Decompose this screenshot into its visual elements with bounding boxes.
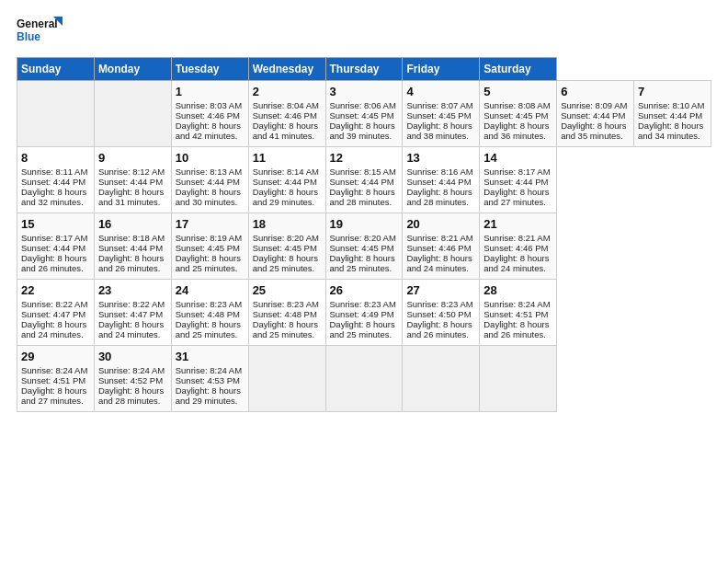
sunrise: Sunrise: 8:04 AM	[253, 100, 319, 110]
calendar-cell: 25 Sunrise: 8:23 AM Sunset: 4:48 PM Dayl…	[248, 280, 325, 346]
day-number: 13	[406, 151, 475, 165]
sunset: Sunset: 4:46 PM	[253, 110, 317, 121]
calendar-cell: 31 Sunrise: 8:24 AM Sunset: 4:53 PM Dayl…	[171, 346, 248, 412]
day-number: 23	[98, 283, 167, 297]
svg-text:General: General	[17, 17, 58, 30]
day-number: 7	[638, 85, 707, 98]
calendar-cell: 28 Sunrise: 8:24 AM Sunset: 4:51 PM Dayl…	[480, 280, 557, 346]
daylight: Daylight: 8 hours and 25 minutes.	[330, 253, 395, 273]
daylight: Daylight: 8 hours and 34 minutes.	[638, 121, 703, 141]
sunrise: Sunrise: 8:14 AM	[253, 167, 319, 177]
day-number: 19	[330, 217, 399, 231]
calendar-cell: 20 Sunrise: 8:21 AM Sunset: 4:46 PM Dayl…	[403, 213, 480, 280]
sunrise: Sunrise: 8:08 AM	[483, 100, 550, 110]
day-number: 28	[483, 283, 552, 297]
daylight: Daylight: 8 hours and 39 minutes.	[330, 121, 395, 141]
sunset: Sunset: 4:45 PM	[176, 243, 240, 253]
sunrise: Sunrise: 8:13 AM	[176, 167, 242, 177]
calendar-cell: 26 Sunrise: 8:23 AM Sunset: 4:49 PM Dayl…	[325, 280, 403, 346]
daylight: Daylight: 8 hours and 24 minutes.	[98, 319, 164, 339]
calendar-week-row: 1 Sunrise: 8:03 AM Sunset: 4:46 PM Dayli…	[17, 81, 711, 147]
calendar-cell: 13 Sunrise: 8:16 AM Sunset: 4:44 PM Dayl…	[403, 147, 480, 213]
calendar-cell	[17, 81, 95, 147]
sunset: Sunset: 4:52 PM	[98, 375, 163, 385]
day-number: 1	[176, 85, 245, 98]
sunset: Sunset: 4:45 PM	[330, 243, 394, 253]
sunrise: Sunrise: 8:22 AM	[98, 299, 165, 309]
day-number: 26	[330, 283, 399, 297]
page: General Blue SundayMondayTuesdayWednesda…	[0, 0, 728, 421]
sunset: Sunset: 4:44 PM	[561, 110, 625, 121]
daylight: Daylight: 8 hours and 30 minutes.	[176, 187, 241, 207]
sunrise: Sunrise: 8:23 AM	[253, 299, 319, 309]
daylight: Daylight: 8 hours and 28 minutes.	[406, 187, 472, 207]
calendar-table: SundayMondayTuesdayWednesdayThursdayFrid…	[17, 57, 711, 412]
daylight: Daylight: 8 hours and 28 minutes.	[98, 385, 164, 406]
daylight: Daylight: 8 hours and 26 minutes.	[483, 319, 549, 339]
sunrise: Sunrise: 8:03 AM	[176, 100, 242, 110]
sunrise: Sunrise: 8:24 AM	[21, 365, 87, 375]
sunrise: Sunrise: 8:24 AM	[98, 365, 165, 375]
sunset: Sunset: 4:45 PM	[330, 110, 394, 121]
daylight: Daylight: 8 hours and 24 minutes.	[483, 253, 549, 273]
calendar-cell: 18 Sunrise: 8:20 AM Sunset: 4:45 PM Dayl…	[248, 213, 325, 280]
calendar-cell: 16 Sunrise: 8:18 AM Sunset: 4:44 PM Dayl…	[94, 213, 171, 280]
calendar-cell	[248, 346, 325, 412]
day-header-friday: Friday	[403, 58, 480, 81]
sunrise: Sunrise: 8:15 AM	[330, 167, 396, 177]
sunrise: Sunrise: 8:21 AM	[483, 233, 550, 243]
calendar-cell: 5 Sunrise: 8:08 AM Sunset: 4:45 PM Dayli…	[480, 81, 557, 147]
sunset: Sunset: 4:44 PM	[406, 177, 471, 187]
svg-text:Blue: Blue	[17, 30, 40, 43]
calendar-cell	[94, 81, 171, 147]
day-number: 6	[561, 85, 630, 98]
daylight: Daylight: 8 hours and 28 minutes.	[330, 187, 395, 207]
calendar-cell: 3 Sunrise: 8:06 AM Sunset: 4:45 PM Dayli…	[325, 81, 403, 147]
daylight: Daylight: 8 hours and 29 minutes.	[176, 385, 241, 406]
calendar-cell: 6 Sunrise: 8:09 AM Sunset: 4:44 PM Dayli…	[557, 81, 634, 147]
calendar-week-row: 15 Sunrise: 8:17 AM Sunset: 4:44 PM Dayl…	[17, 213, 711, 280]
daylight: Daylight: 8 hours and 24 minutes.	[21, 319, 86, 339]
calendar-cell: 10 Sunrise: 8:13 AM Sunset: 4:44 PM Dayl…	[171, 147, 248, 213]
sunset: Sunset: 4:44 PM	[330, 177, 394, 187]
calendar-cell	[480, 346, 557, 412]
calendar-cell: 4 Sunrise: 8:07 AM Sunset: 4:45 PM Dayli…	[403, 81, 480, 147]
daylight: Daylight: 8 hours and 25 minutes.	[253, 253, 318, 273]
calendar-cell: 15 Sunrise: 8:17 AM Sunset: 4:44 PM Dayl…	[17, 213, 95, 280]
calendar-cell: 9 Sunrise: 8:12 AM Sunset: 4:44 PM Dayli…	[94, 147, 171, 213]
sunset: Sunset: 4:44 PM	[21, 177, 85, 187]
sunrise: Sunrise: 8:12 AM	[98, 167, 165, 177]
day-number: 12	[330, 151, 399, 165]
daylight: Daylight: 8 hours and 31 minutes.	[98, 187, 164, 207]
day-number: 10	[176, 151, 245, 165]
calendar-cell: 2 Sunrise: 8:04 AM Sunset: 4:46 PM Dayli…	[248, 81, 325, 147]
daylight: Daylight: 8 hours and 27 minutes.	[483, 187, 549, 207]
day-header-monday: Monday	[94, 58, 171, 81]
sunrise: Sunrise: 8:23 AM	[176, 299, 242, 309]
day-number: 8	[21, 151, 90, 165]
day-number: 24	[176, 283, 245, 297]
sunset: Sunset: 4:48 PM	[176, 309, 240, 319]
calendar-cell: 22 Sunrise: 8:22 AM Sunset: 4:47 PM Dayl…	[17, 280, 95, 346]
calendar-week-row: 22 Sunrise: 8:22 AM Sunset: 4:47 PM Dayl…	[17, 280, 711, 346]
sunset: Sunset: 4:44 PM	[638, 110, 702, 121]
day-header-thursday: Thursday	[325, 58, 403, 81]
sunset: Sunset: 4:47 PM	[98, 309, 163, 319]
calendar-cell: 19 Sunrise: 8:20 AM Sunset: 4:45 PM Dayl…	[325, 213, 403, 280]
sunrise: Sunrise: 8:22 AM	[21, 299, 87, 309]
calendar-cell	[403, 346, 480, 412]
calendar-cell	[325, 346, 403, 412]
sunrise: Sunrise: 8:06 AM	[330, 100, 396, 110]
sunrise: Sunrise: 8:24 AM	[176, 365, 242, 375]
day-number: 16	[98, 217, 167, 231]
daylight: Daylight: 8 hours and 26 minutes.	[98, 253, 164, 273]
calendar-cell: 12 Sunrise: 8:15 AM Sunset: 4:44 PM Dayl…	[325, 147, 403, 213]
calendar-cell: 30 Sunrise: 8:24 AM Sunset: 4:52 PM Dayl…	[94, 346, 171, 412]
daylight: Daylight: 8 hours and 35 minutes.	[561, 121, 626, 141]
sunrise: Sunrise: 8:24 AM	[483, 299, 550, 309]
day-number: 15	[21, 217, 90, 231]
sunrise: Sunrise: 8:11 AM	[21, 167, 87, 177]
sunset: Sunset: 4:44 PM	[253, 177, 317, 187]
sunrise: Sunrise: 8:19 AM	[176, 233, 242, 243]
calendar-cell: 14 Sunrise: 8:17 AM Sunset: 4:44 PM Dayl…	[480, 147, 557, 213]
